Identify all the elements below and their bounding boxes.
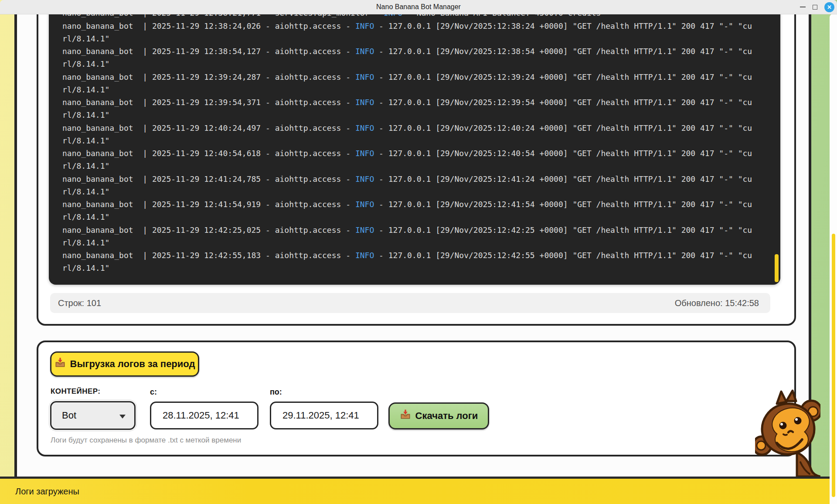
log-lines: nano_banana_bot | 2025-11-29 12:38:21,77… bbox=[62, 7, 754, 275]
export-hint: Логи будут сохранены в формате .txt с ме… bbox=[51, 436, 241, 445]
page-scrollbar-thumb[interactable] bbox=[832, 234, 835, 497]
terminal-scrollbar-thumb[interactable] bbox=[775, 254, 779, 282]
date-to-input[interactable]: 29.11.2025, 12:41 bbox=[270, 402, 378, 429]
log-line: nano_banana_bot | 2025-11-29 12:40:24,49… bbox=[62, 122, 754, 147]
download-logs-button[interactable]: Скачать логи bbox=[388, 402, 489, 429]
log-line: nano_banana_bot | 2025-11-29 12:39:54,37… bbox=[62, 96, 754, 122]
export-heading-button[interactable]: Выгрузка логов за период bbox=[50, 351, 199, 377]
window-title: Nano Banana Bot Manager bbox=[376, 3, 461, 11]
window-titlebar: Nano Banana Bot Manager ✕ bbox=[0, 0, 837, 14]
log-line: nano_banana_bot | 2025-11-29 12:41:24,78… bbox=[62, 173, 754, 198]
container-select[interactable]: Bot bbox=[50, 401, 136, 430]
chevron-down-icon bbox=[119, 415, 126, 419]
minimize-button[interactable] bbox=[800, 7, 806, 7]
log-lines-count: Строк: 101 bbox=[58, 298, 101, 308]
status-toast-message: Логи загружены bbox=[15, 487, 79, 497]
monkey-mascot bbox=[755, 385, 820, 477]
log-line: nano_banana_bot | 2025-11-29 12:38:54,12… bbox=[62, 45, 754, 71]
restore-icon bbox=[813, 5, 817, 10]
log-line: nano_banana_bot | 2025-11-29 12:40:54,61… bbox=[62, 147, 754, 173]
to-label: по: bbox=[270, 388, 282, 397]
window-controls: ✕ bbox=[800, 0, 834, 14]
log-updated-time: Обновлено: 15:42:58 bbox=[675, 298, 759, 308]
log-line: nano_banana_bot | 2025-11-29 12:39:24,28… bbox=[62, 71, 754, 96]
export-heading-label: Выгрузка логов за период bbox=[70, 358, 195, 370]
download-logs-label: Скачать логи bbox=[415, 410, 478, 422]
container-select-value: Bot bbox=[62, 410, 76, 421]
maximize-button[interactable] bbox=[813, 5, 817, 10]
log-line: nano_banana_bot | 2025-11-29 12:42:55,18… bbox=[62, 249, 754, 275]
log-statusbar: Строк: 101 Обновлено: 15:42:58 bbox=[50, 293, 770, 313]
inbox-tray-icon bbox=[400, 409, 411, 423]
container-label: КОНТЕЙНЕР: bbox=[51, 387, 100, 396]
date-from-input[interactable]: 28.11.2025, 12:41 bbox=[150, 402, 259, 429]
log-line: nano_banana_bot | 2025-11-29 12:41:54,91… bbox=[62, 198, 754, 224]
from-label: с: bbox=[150, 388, 157, 397]
log-line: nano_banana_bot | 2025-11-29 12:42:25,02… bbox=[62, 224, 754, 249]
page-scrollbar[interactable] bbox=[830, 14, 837, 504]
close-button[interactable]: ✕ bbox=[824, 2, 834, 12]
log-terminal[interactable]: nano_banana_bot | 2025-11-29 12:38:21,77… bbox=[49, 0, 780, 285]
status-toast: Логи загружены bbox=[0, 477, 830, 504]
log-line: nano_banana_bot | 2025-11-29 12:38:24,02… bbox=[62, 20, 754, 45]
inbox-tray-icon bbox=[54, 357, 66, 371]
